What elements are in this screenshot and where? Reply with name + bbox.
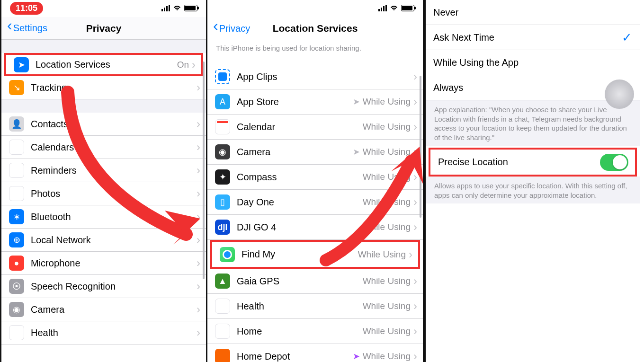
camera-icon: ◉: [215, 144, 230, 159]
section-gap: [1, 99, 206, 113]
chevron-right-icon: ›: [197, 326, 200, 339]
camera-icon: ◉: [9, 302, 24, 317]
row-photos[interactable]: ✿Photos›: [1, 182, 206, 205]
location-services-panel: Privacy Location Services This iPhone is…: [207, 0, 424, 362]
speech-recognition-icon: ⦿: [9, 279, 24, 294]
scrollbar[interactable]: [203, 62, 205, 279]
option-label: Never: [433, 7, 640, 18]
location-arrow-icon: ➤: [353, 351, 360, 362]
chevron-left-icon: [7, 23, 12, 34]
back-label: Privacy: [219, 23, 250, 34]
home-icon: ⌂: [215, 324, 230, 339]
nav-header: Privacy Location Services: [207, 17, 423, 40]
app-row-dji-go-4[interactable]: djiDJI GO 4While Using›: [207, 215, 423, 240]
row-label: Microphone: [31, 258, 197, 269]
app-label: Find My: [242, 249, 358, 260]
row-camera[interactable]: ◉Camera›: [1, 298, 206, 321]
chevron-right-icon: ›: [413, 325, 417, 338]
tracking-icon: ↘: [9, 80, 24, 95]
chevron-right-icon: ›: [197, 117, 200, 131]
app-row-home[interactable]: ⌂HomeWhile Using›: [207, 319, 423, 344]
app-row-gaia-gps[interactable]: ▲Gaia GPSWhile Using›: [207, 269, 423, 294]
app-value: While Using: [363, 301, 411, 311]
option-never[interactable]: Never: [426, 0, 640, 25]
privacy-panel: 11:05 Settings Privacy ➤Location Service…: [0, 0, 207, 362]
status-time: 11:05: [10, 2, 43, 15]
battery-icon: [401, 5, 414, 11]
status-icons: [378, 5, 414, 11]
app-row-find-my[interactable]: Find MyWhile Using›: [212, 242, 418, 267]
chevron-right-icon: ›: [197, 233, 200, 247]
chevron-right-icon: ›: [197, 210, 200, 223]
wifi-icon: [173, 5, 181, 11]
app-clips-icon: [215, 69, 230, 84]
app-label: DJI GO 4: [237, 222, 363, 233]
row-reminders[interactable]: Reminders›: [1, 159, 206, 182]
precise-location-row[interactable]: Precise Location: [430, 150, 635, 175]
row-local-network[interactable]: ⊕Local Network›: [1, 229, 206, 252]
back-button[interactable]: Privacy: [213, 23, 250, 34]
app-row-health[interactable]: ♥HealthWhile Using›: [207, 294, 423, 319]
app-row-app-clips[interactable]: App Clips›: [207, 64, 423, 89]
row-contacts[interactable]: 👤Contacts›: [1, 113, 206, 136]
app-label: App Store: [237, 97, 353, 107]
chevron-left-icon: [213, 23, 218, 34]
gaia-gps-icon: ▲: [215, 274, 230, 289]
row-label: Location Services: [36, 59, 177, 70]
app-value: While Using: [363, 197, 411, 207]
section-gap: [1, 40, 206, 53]
app-value: While Using: [363, 172, 411, 182]
back-button[interactable]: Settings: [7, 23, 47, 34]
app-label: Compass: [237, 172, 363, 183]
app-row-camera[interactable]: ◉Camera➤While Using›: [207, 140, 423, 165]
assistive-touch-icon[interactable]: [605, 79, 634, 109]
app-value: While Using: [358, 249, 406, 260]
health-icon: ♥: [215, 299, 230, 314]
chevron-right-icon: ›: [413, 95, 417, 108]
row-health[interactable]: ♥Health›: [1, 321, 206, 344]
precise-location-toggle[interactable]: [600, 154, 628, 171]
row-bluetooth[interactable]: ∗Bluetooth›: [1, 205, 206, 229]
row-label: Contacts: [31, 119, 197, 130]
row-microphone[interactable]: ●Microphone›: [1, 252, 206, 275]
app-label: Home: [237, 326, 363, 337]
row-label: Health: [31, 327, 197, 338]
app-label: Home Depot: [237, 351, 353, 362]
scrollbar[interactable]: [420, 76, 421, 218]
local-network-icon: ⊕: [9, 232, 24, 247]
checkmark-icon: ✓: [622, 30, 632, 45]
row-tracking[interactable]: ↘Tracking›: [1, 76, 206, 99]
calendars-icon: [9, 140, 24, 155]
option-ask-next-time[interactable]: Ask Next Time✓: [426, 25, 640, 50]
cellular-icon: [378, 5, 387, 11]
option-label: While Using the App: [433, 57, 640, 68]
row-speech-recognition[interactable]: ⦿Speech Recognition›: [1, 275, 206, 298]
chevron-right-icon: ›: [413, 350, 417, 362]
chevron-right-icon: ›: [413, 300, 417, 313]
app-label: Day One: [237, 197, 363, 208]
app-value: While Using: [363, 326, 411, 336]
option-while-using[interactable]: While Using the App: [426, 50, 640, 75]
app-row-home-depot[interactable]: Home Depot➤While Using›: [207, 344, 423, 362]
app-explanation: App explanation: "When you choose to sha…: [426, 100, 640, 146]
status-icons: [161, 5, 197, 11]
nav-header: Settings Privacy: [1, 17, 206, 40]
app-row-compass[interactable]: ✦CompassWhile Using›: [207, 165, 423, 190]
row-label: Reminders: [31, 165, 197, 176]
calendar-icon: [215, 119, 230, 134]
precise-location-label: Precise Location: [438, 157, 600, 168]
app-row-day-one[interactable]: ▯Day OneWhile Using›: [207, 190, 423, 215]
microphone-icon: ●: [9, 256, 24, 271]
app-row-app-store[interactable]: AApp Store➤While Using›: [207, 89, 423, 115]
app-row-calendar[interactable]: CalendarWhile Using›: [207, 115, 423, 140]
day-one-icon: ▯: [215, 194, 230, 210]
chevron-right-icon: ›: [413, 120, 417, 133]
app-store-icon: A: [215, 94, 230, 109]
chevron-right-icon: ›: [192, 58, 196, 71]
chevron-right-icon: ›: [413, 274, 417, 288]
row-calendars[interactable]: Calendars›: [1, 136, 206, 159]
row-location-services[interactable]: ➤Location ServicesOn›: [4, 53, 203, 76]
wifi-icon: [390, 5, 398, 11]
chevron-right-icon: ›: [197, 141, 200, 154]
chevron-right-icon: ›: [413, 70, 417, 83]
